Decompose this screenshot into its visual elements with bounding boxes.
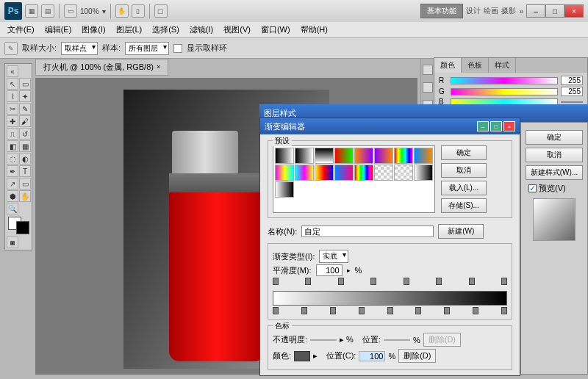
menu-view[interactable]: 视图(V) (219, 23, 255, 37)
r-value[interactable]: 255 (561, 76, 583, 85)
g-value[interactable]: 255 (561, 87, 583, 96)
opacity-stop[interactable] (338, 278, 344, 285)
ge-new-button[interactable]: 新建(W) (438, 224, 484, 239)
wand-tool[interactable]: ✦ (19, 90, 31, 102)
eraser-tool[interactable]: ◧ (7, 140, 18, 152)
sample-size-select[interactable]: 取样点 (61, 42, 98, 55)
crop-tool[interactable]: ✂ (7, 103, 18, 115)
ge-save-button[interactable]: 存储(S)... (441, 198, 487, 213)
opacity-stop[interactable] (469, 278, 475, 285)
panel-icon-1[interactable] (423, 65, 433, 75)
show-rings-checkbox[interactable] (173, 44, 182, 53)
preset-swatch[interactable] (334, 148, 354, 164)
panel-icon-2[interactable] (423, 82, 433, 93)
hand-tool-icon[interactable]: ✋ (115, 4, 129, 18)
color-stop[interactable] (444, 307, 450, 314)
ls-preview-check[interactable]: ✓ 预览(V) (528, 183, 583, 194)
eyedropper-icon[interactable]: ✎ (4, 42, 18, 55)
menu-file[interactable]: 文件(E) (3, 23, 39, 37)
tab-swatches[interactable]: 色板 (462, 58, 489, 73)
color-stop[interactable] (301, 307, 307, 314)
r-slider[interactable] (451, 77, 558, 84)
ls-ok-button[interactable]: 确定 (526, 130, 583, 145)
close-button[interactable]: × (564, 4, 584, 18)
preset-swatch[interactable] (394, 165, 413, 181)
heal-tool[interactable]: ✚ (7, 115, 18, 127)
collapse-icon[interactable]: « (7, 65, 18, 77)
tab-colors[interactable]: 颜色 (434, 58, 462, 73)
color-stop[interactable] (415, 307, 421, 314)
lasso-tool[interactable]: ⌇ (7, 90, 18, 102)
menu-layer[interactable]: 图层(L) (112, 23, 146, 37)
eyedropper-tool[interactable]: ✎ (19, 103, 31, 115)
preset-swatch[interactable] (315, 165, 334, 181)
zoom-value[interactable]: 100% (80, 7, 99, 15)
move-tool[interactable]: ↖ (7, 78, 18, 90)
gradient-editor-titlebar[interactable]: 渐变编辑器 – □ × (260, 118, 520, 134)
smooth-input[interactable] (316, 264, 343, 276)
preset-swatch[interactable] (275, 165, 294, 181)
dlg-max-icon[interactable]: □ (490, 121, 502, 131)
menu-image[interactable]: 图像(I) (77, 23, 110, 37)
maximize-button[interactable]: □ (545, 4, 564, 18)
gradient-tool[interactable]: ▦ (19, 140, 31, 152)
minimize-button[interactable]: – (526, 4, 545, 18)
type-tool[interactable]: T (19, 165, 31, 177)
color-delete-button[interactable]: 删除(D) (398, 349, 436, 363)
preset-swatch[interactable] (275, 148, 294, 164)
ls-newstyle-button[interactable]: 新建样式(W)... (526, 165, 583, 180)
workspace-design[interactable]: 设计 (466, 6, 481, 16)
menu-select[interactable]: 选择(S) (148, 23, 184, 37)
dodge-tool[interactable]: ◐ (19, 153, 31, 165)
color-swatch[interactable] (294, 351, 310, 361)
blur-tool[interactable]: ◌ (7, 153, 18, 165)
preset-swatch[interactable] (334, 165, 354, 181)
opacity-stop[interactable] (370, 278, 376, 285)
workspace-photo[interactable]: 摄影 (501, 6, 516, 16)
background-swatch[interactable] (16, 221, 29, 234)
type-select[interactable]: 实底 (319, 250, 348, 263)
workspace-paint[interactable]: 绘画 (484, 6, 498, 16)
preset-swatch[interactable] (374, 148, 393, 164)
opacity-stop[interactable] (273, 278, 279, 285)
preset-swatch[interactable] (374, 165, 393, 181)
color-stop[interactable] (273, 307, 279, 314)
preset-swatch[interactable] (295, 165, 314, 181)
preset-swatch[interactable] (394, 148, 413, 164)
3d-tool[interactable]: ⬢ (7, 190, 18, 202)
tab-styles[interactable]: 样式 (489, 58, 516, 73)
color-stop[interactable] (330, 307, 336, 314)
menu-filter[interactable]: 滤镜(I) (185, 23, 218, 37)
hand-tool[interactable]: ✋ (19, 190, 31, 202)
history-brush-tool[interactable]: ↺ (19, 128, 31, 140)
opacity-stop[interactable] (501, 278, 507, 285)
g-slider[interactable] (451, 88, 558, 95)
minibridge-icon[interactable]: ▤ (41, 4, 54, 18)
gradient-bar[interactable] (273, 291, 507, 306)
dlg-close-icon[interactable]: × (503, 121, 515, 131)
quickmask-tool[interactable]: ◙ (7, 237, 18, 248)
bridge-icon[interactable]: ▦ (25, 4, 38, 18)
workspace-basic[interactable]: 基本功能 (420, 4, 463, 18)
ls-cancel-button[interactable]: 取消 (526, 148, 583, 162)
color-pos-input[interactable]: 100 (359, 351, 385, 361)
brush-tool[interactable]: 🖌 (19, 115, 31, 127)
stamp-tool[interactable]: ⎍ (7, 128, 18, 140)
preset-swatch[interactable] (295, 148, 314, 164)
shape-tool[interactable]: ▭ (19, 178, 31, 190)
preset-swatch[interactable] (315, 148, 334, 164)
arrange-icon[interactable]: ▯ (132, 4, 145, 18)
opacity-stop[interactable] (404, 278, 409, 285)
path-tool[interactable]: ↗ (7, 178, 18, 190)
b-value[interactable] (561, 101, 583, 103)
color-stop[interactable] (501, 307, 507, 314)
opacity-stop[interactable] (436, 278, 442, 285)
dlg-min-icon[interactable]: – (477, 121, 489, 131)
preset-swatch[interactable] (354, 165, 373, 181)
color-stop[interactable] (473, 307, 478, 314)
zoom-tool[interactable]: 🔍 (7, 203, 18, 214)
menu-help[interactable]: 帮助(H) (296, 23, 332, 37)
screen-mode-icon[interactable]: ▢ (154, 4, 168, 18)
preset-swatch[interactable] (354, 148, 373, 164)
document-tab[interactable]: 打火机 @ 100% (金属, RGB/8) × (35, 59, 168, 76)
